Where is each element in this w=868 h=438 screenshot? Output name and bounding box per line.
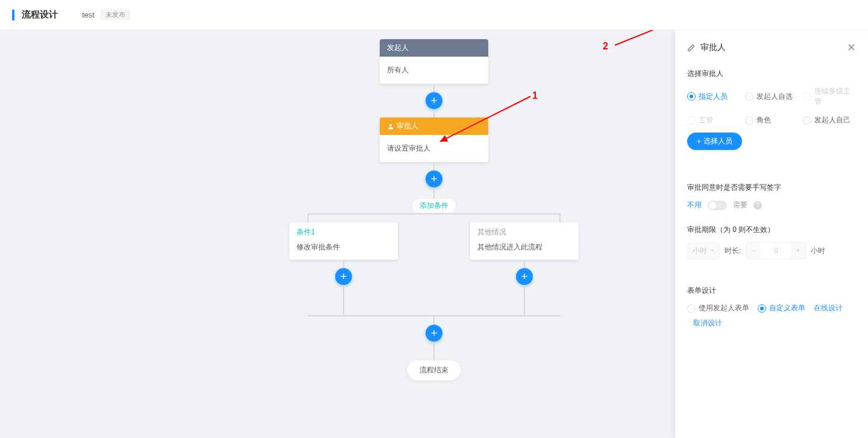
approver-type-section: 选择审批人 指定人员 发起人自选 连续多级主管 主管 角色 发起人自己 选择人员 [675, 61, 868, 157]
svg-line-2 [615, 30, 675, 45]
switch-on-label: 需要 [733, 200, 747, 210]
page-title: 流程设计 [22, 9, 58, 20]
branch-line [307, 213, 561, 214]
initiator-body: 所有人 [380, 57, 488, 84]
arrow-2 [612, 30, 678, 48]
radio-supervisor: 主管 [687, 115, 740, 125]
add-node-button[interactable]: + [335, 268, 352, 285]
duration-row: 小时 时长: − 0 + 小时 [687, 242, 856, 259]
edit-icon [687, 43, 696, 52]
condition-body: 其他情况进入此流程 [470, 240, 579, 260]
approver-body: 请设置审批人 [380, 135, 488, 162]
canvas: 发起人 所有人 + 审批人 请设置审批人 + 添加条件 [0, 30, 868, 438]
flow-name: test [82, 10, 95, 19]
approver-header: 审批人 [380, 117, 488, 135]
condition-title: 其他情况 [470, 222, 579, 240]
section-label: 选择审批人 [687, 69, 856, 79]
header: 流程设计 test 未发布 [0, 0, 868, 30]
connector [433, 316, 435, 325]
connector [433, 342, 435, 360]
condition-title: 条件1 [289, 222, 398, 240]
add-node-button[interactable]: + [516, 268, 533, 285]
status-badge: 未发布 [101, 9, 130, 20]
deadline-section: 审批期限（为 0 则不生效） 小时 时长: − 0 + 小时 [675, 217, 868, 266]
duration-label: 时长: [725, 246, 741, 256]
switch-row: 不用 需要 ? [687, 200, 856, 210]
select-person-button[interactable]: 选择人员 [687, 133, 742, 150]
condition-node-other[interactable]: 其他情况 其他情况进入此流程 [470, 222, 579, 260]
person-icon [387, 123, 394, 130]
condition-body: 修改审批条件 [289, 240, 398, 260]
add-node-button[interactable]: + [426, 325, 442, 342]
annotation-2: 2 [603, 41, 608, 52]
radio-designated[interactable]: 指定人员 [687, 86, 740, 107]
signature-section: 审批同意时是否需要手写签字 不用 需要 ? [675, 175, 868, 217]
connector [433, 162, 435, 171]
condition-node-1[interactable]: 条件1 修改审批条件 [289, 222, 398, 260]
panel-title-text: 审批人 [700, 42, 726, 53]
flow-container: 发起人 所有人 + 审批人 请设置审批人 + 添加条件 [253, 39, 615, 381]
add-node-button[interactable]: + [426, 92, 442, 109]
close-button[interactable]: ✕ [847, 41, 856, 54]
annotation-1: 1 [532, 90, 538, 101]
help-icon[interactable]: ? [753, 201, 762, 210]
connector [433, 109, 435, 117]
radio-custom-form[interactable]: 自定义表单 [758, 303, 805, 313]
accent-bar [12, 10, 14, 20]
side-panel: 审批人 ✕ 选择审批人 指定人员 发起人自选 连续多级主管 主管 角色 发起人自… [675, 30, 868, 438]
decrement-button[interactable]: − [746, 243, 761, 258]
signature-toggle[interactable] [708, 201, 727, 210]
form-radio-row: 使用发起人表单 自定义表单 在线设计 取消设计 [687, 303, 856, 328]
panel-header: 审批人 ✕ [675, 30, 868, 61]
radio-multi-level: 连续多级主管 [803, 86, 856, 107]
radio-self-select[interactable]: 发起人自选 [745, 86, 798, 107]
form-design-section: 表单设计 使用发起人表单 自定义表单 在线设计 取消设计 [675, 278, 868, 336]
initiator-header: 发起人 [380, 39, 488, 57]
panel-title: 审批人 [687, 42, 726, 53]
duration-value: 0 [761, 246, 791, 255]
add-condition-button[interactable]: 添加条件 [412, 198, 456, 213]
online-design-link[interactable]: 在线设计 [814, 303, 843, 313]
cancel-design-link[interactable]: 取消设计 [693, 318, 722, 328]
connector [433, 84, 435, 92]
approver-title: 审批人 [397, 121, 418, 131]
connector [524, 260, 525, 268]
radio-group: 指定人员 发起人自选 连续多级主管 主管 角色 发起人自己 [687, 86, 856, 125]
connector [343, 260, 344, 268]
branch-row: 条件1 修改审批条件 + 其他情况 其他情况进入此流程 + [253, 222, 615, 315]
unit-select[interactable]: 小时 [687, 243, 720, 259]
connector [343, 285, 344, 315]
switch-off-label: 不用 [687, 200, 702, 210]
svg-point-0 [389, 124, 392, 127]
radio-self[interactable]: 发起人自己 [803, 115, 856, 125]
section-label: 审批同意时是否需要手写签字 [687, 183, 856, 193]
section-label: 审批期限（为 0 则不生效） [687, 225, 856, 235]
increment-button[interactable]: + [791, 243, 805, 258]
approver-node[interactable]: 审批人 请设置审批人 [380, 117, 488, 162]
radio-role[interactable]: 角色 [745, 115, 798, 125]
duration-stepper[interactable]: − 0 + [746, 242, 806, 259]
add-node-button[interactable]: + [426, 171, 442, 187]
merge-line [307, 315, 561, 316]
initiator-node[interactable]: 发起人 所有人 [380, 39, 488, 84]
radio-initiator-form[interactable]: 使用发起人表单 [687, 303, 749, 313]
connector [524, 285, 525, 315]
end-node: 流程结束 [407, 360, 461, 381]
section-label: 表单设计 [687, 286, 856, 296]
unit-suffix: 小时 [811, 246, 825, 256]
